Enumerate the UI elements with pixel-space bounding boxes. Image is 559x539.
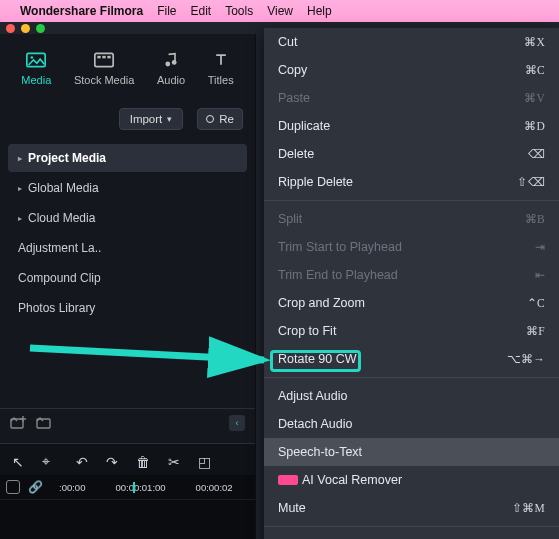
nav-label: Photos Library — [18, 301, 95, 315]
menu-item-label: Detach Audio — [278, 417, 352, 431]
chevron-right-icon: ▸ — [18, 184, 22, 193]
svg-point-6 — [165, 62, 170, 67]
undo-button[interactable]: ↶ — [76, 454, 88, 470]
crop-icon[interactable]: ◰ — [198, 454, 211, 470]
svg-rect-9 — [37, 419, 50, 428]
macos-menubar: Wondershare Filmora File Edit Tools View… — [0, 0, 559, 22]
menu-file[interactable]: File — [157, 4, 176, 18]
window-minimize-button[interactable] — [21, 24, 30, 33]
menu-item-speech-to-text[interactable]: Speech-to-Text — [264, 438, 559, 466]
svg-rect-5 — [107, 56, 110, 59]
cut-icon[interactable]: ✂ — [168, 454, 180, 470]
pointer-tool-icon[interactable]: ↖ — [12, 454, 24, 470]
record-button[interactable]: Re — [197, 108, 243, 130]
nav-compound-clip[interactable]: Compound Clip — [8, 264, 247, 292]
menu-shortcut: ⌃C — [527, 296, 545, 310]
chevron-left-icon: ‹ — [236, 418, 239, 428]
button-label: Import — [130, 113, 163, 125]
menu-separator — [264, 200, 559, 201]
timeline-header: 🔗 :00:00 00:00:01:00 00:00:02 — [0, 475, 255, 499]
svg-rect-4 — [102, 56, 105, 59]
nav-cloud-media[interactable]: ▸Cloud Media — [8, 204, 247, 232]
nav-photos-library[interactable]: Photos Library — [8, 294, 247, 322]
menu-item-label: Cut — [278, 35, 297, 49]
trash-icon[interactable]: 🗑 — [136, 454, 150, 470]
menu-item-trim-start-to-playhead: Trim Start to Playhead⇥ — [264, 233, 559, 261]
menu-item-copy[interactable]: Copy⌘C — [264, 56, 559, 84]
menu-item-trim-end-to-playhead: Trim End to Playhead⇤ — [264, 261, 559, 289]
menu-item-duplicate[interactable]: Duplicate⌘D — [264, 112, 559, 140]
chevron-right-icon: ▸ — [18, 154, 22, 163]
music-note-icon — [161, 52, 181, 68]
nav-global-media[interactable]: ▸Global Media — [8, 174, 247, 202]
timeline-toolbar: ↖ ⌖ ↶ ↷ 🗑 ✂ ◰ — [0, 443, 255, 479]
menu-item-ripple-delete[interactable]: Ripple Delete⇧⌫ — [264, 168, 559, 196]
menu-shortcut: ⇤ — [535, 268, 545, 282]
ruler-tick: 00:00:02 — [196, 482, 233, 493]
menu-shortcut: ⇧⌘M — [512, 501, 545, 515]
menu-view[interactable]: View — [267, 4, 293, 18]
menu-item-mute[interactable]: Mute⇧⌘M — [264, 494, 559, 522]
menu-item-crop-and-zoom[interactable]: Crop and Zoom⌃C — [264, 289, 559, 317]
tab-titles[interactable]: Titles — [208, 52, 234, 86]
timeline-track[interactable] — [0, 499, 255, 539]
chevron-right-icon: ▸ — [18, 214, 22, 223]
record-icon — [206, 115, 214, 123]
clip-context-menu: Cut⌘XCopy⌘CPaste⌘VDuplicate⌘DDelete⌫Ripp… — [264, 28, 559, 539]
menu-item-detach-audio[interactable]: Detach Audio — [264, 410, 559, 438]
nav-label: Cloud Media — [28, 211, 95, 225]
menu-item-label: Copy — [278, 63, 307, 77]
menu-shortcut: ⌘D — [524, 119, 545, 133]
menu-item-adjust-audio[interactable]: Adjust Audio — [264, 382, 559, 410]
tab-media[interactable]: Media — [21, 52, 51, 86]
menu-item-label: Rotate 90 CW — [278, 352, 357, 366]
menu-item-label: AI Vocal Remover — [302, 473, 402, 487]
ruler-tick: 00:00:01:00 — [115, 482, 165, 493]
tab-audio[interactable]: Audio — [157, 52, 185, 86]
media-source-list: ▸Project Media ▸Global Media ▸Cloud Medi… — [0, 138, 255, 322]
menu-separator — [264, 526, 559, 527]
menu-item-label: Trim Start to Playhead — [278, 240, 402, 254]
nav-label: Project Media — [28, 151, 106, 165]
svg-point-7 — [172, 60, 177, 65]
media-tabs: Media Stock Media Audio Titles — [0, 34, 255, 100]
menu-edit[interactable]: Edit — [190, 4, 211, 18]
menu-shortcut: ⇧⌫ — [517, 175, 545, 189]
menu-item-crop-to-fit[interactable]: Crop to Fit⌘F — [264, 317, 559, 345]
playhead[interactable] — [133, 482, 135, 493]
folder-icon[interactable] — [36, 416, 52, 430]
menu-shortcut: ⌘F — [526, 324, 545, 338]
menu-item-cut[interactable]: Cut⌘X — [264, 28, 559, 56]
menu-item-delete[interactable]: Delete⌫ — [264, 140, 559, 168]
menu-separator — [264, 377, 559, 378]
menu-item-label: Split — [278, 212, 302, 226]
redo-button[interactable]: ↷ — [106, 454, 118, 470]
timeline-lock-icon[interactable] — [6, 480, 20, 494]
selection-tool-icon[interactable]: ⌖ — [42, 453, 50, 470]
menu-item-label: Duplicate — [278, 119, 330, 133]
window-zoom-button[interactable] — [36, 24, 45, 33]
text-t-icon — [211, 52, 231, 68]
menu-item-split: Split⌘B — [264, 205, 559, 233]
menu-item-rotate-90-cw[interactable]: Rotate 90 CW⌥⌘→ — [264, 345, 559, 373]
menu-item-speed[interactable]: Speed▶ — [264, 531, 559, 539]
svg-rect-2 — [95, 53, 113, 66]
link-icon[interactable]: 🔗 — [28, 480, 43, 494]
timeline-ruler[interactable]: :00:00 00:00:01:00 00:00:02 — [51, 482, 249, 493]
reel-icon — [94, 52, 114, 68]
menu-item-label: Adjust Audio — [278, 389, 348, 403]
menu-item-label: Delete — [278, 147, 314, 161]
new-folder-icon[interactable] — [10, 416, 26, 430]
menu-tools[interactable]: Tools — [225, 4, 253, 18]
menu-help[interactable]: Help — [307, 4, 332, 18]
window-close-button[interactable] — [6, 24, 15, 33]
tab-stock-media[interactable]: Stock Media — [74, 52, 135, 86]
import-button[interactable]: Import ▾ — [119, 108, 184, 130]
menu-shortcut: ⌘B — [525, 212, 545, 226]
nav-adjustment-layer[interactable]: Adjustment La.. — [8, 234, 247, 262]
nav-project-media[interactable]: ▸Project Media — [8, 144, 247, 172]
menu-item-ai-vocal-remover[interactable]: AI Vocal Remover — [264, 466, 559, 494]
collapse-sidebar-button[interactable]: ‹ — [229, 415, 245, 431]
tab-label: Titles — [208, 74, 234, 86]
new-badge — [278, 475, 298, 485]
